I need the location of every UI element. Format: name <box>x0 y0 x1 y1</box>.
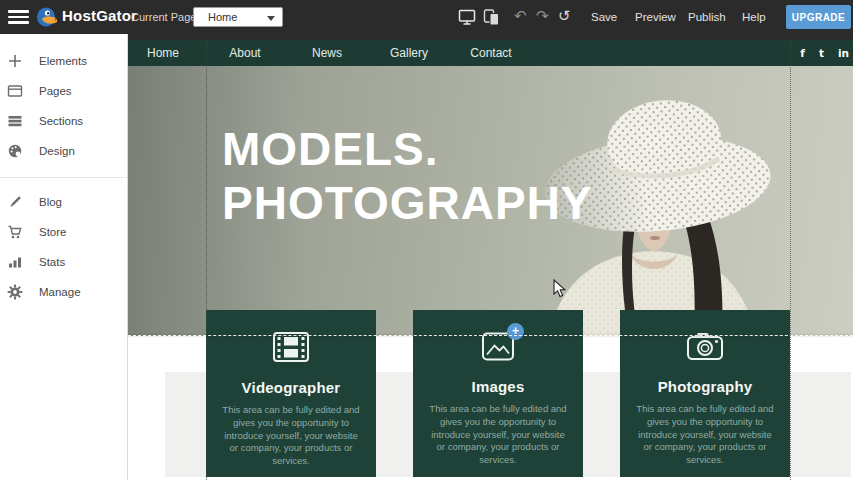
palette-icon <box>7 143 23 159</box>
cart-icon <box>7 224 23 240</box>
sidebar-item-pages[interactable]: Pages <box>0 76 127 106</box>
bar-chart-icon <box>7 254 23 270</box>
site-navbar: Home About News Gallery Contact f t in <box>128 40 853 66</box>
card-photography[interactable]: Photography This area can be fully edite… <box>620 310 790 477</box>
sidebar-item-design[interactable]: Design <box>0 136 127 166</box>
sidebar-item-label: Pages <box>39 85 72 97</box>
site-nav-news[interactable]: News <box>286 40 368 66</box>
pencil-icon <box>7 194 23 210</box>
add-image-button[interactable]: + <box>507 323 524 340</box>
undo-icon[interactable]: ↶ <box>514 6 527 26</box>
upgrade-button[interactable]: UPGRADE <box>786 5 851 29</box>
site-preview-canvas: Home About News Gallery Contact f t in <box>128 34 853 480</box>
card-images[interactable]: + Images This area can be fully edited a… <box>413 310 583 477</box>
editor-sidebar: Elements Pages Sections Design Blog <box>0 34 128 480</box>
hostgator-gator-logo-icon <box>36 6 60 28</box>
site-nav-contact[interactable]: Contact <box>450 40 532 66</box>
feature-cards-row: Videographer This area can be fully edit… <box>206 310 790 477</box>
hero-heading[interactable]: MODELS. PHOTOGRAPHY <box>222 122 593 230</box>
card-title: Videographer <box>219 379 363 396</box>
help-button[interactable]: Help <box>742 0 766 34</box>
page-select-dropdown[interactable]: Home <box>193 7 283 27</box>
site-nav-home[interactable]: Home <box>128 40 204 66</box>
page-select-value: Home <box>208 11 237 23</box>
top-toolbar: HostGator Current Page: Home ↶ ↷ ↺ Save … <box>0 0 853 34</box>
hero-heading-line1: MODELS. <box>222 122 593 176</box>
camera-icon <box>686 331 724 362</box>
hero-section[interactable]: MODELS. PHOTOGRAPHY <box>128 66 853 336</box>
redo-icon[interactable]: ↷ <box>536 6 549 26</box>
sidebar-item-store[interactable]: Store <box>0 217 127 247</box>
hostgator-builder-window: HostGator Current Page: Home ↶ ↷ ↺ Save … <box>0 0 853 480</box>
publish-button[interactable]: Publish <box>688 0 726 34</box>
save-button[interactable]: Save <box>591 0 617 34</box>
page-icon <box>7 83 23 99</box>
gear-icon <box>7 284 23 300</box>
sidebar-item-elements[interactable]: Elements <box>0 46 127 76</box>
sidebar-item-label: Elements <box>39 55 87 67</box>
card-body-text[interactable]: This area can be fully edited and gives … <box>633 403 777 467</box>
chevron-down-icon <box>267 16 275 21</box>
sidebar-item-manage[interactable]: Manage <box>0 277 127 307</box>
site-nav-about[interactable]: About <box>204 40 286 66</box>
card-videographer[interactable]: Videographer This area can be fully edit… <box>206 310 376 477</box>
card-body-text[interactable]: This area can be fully edited and gives … <box>426 403 570 467</box>
sidebar-item-label: Manage <box>39 286 81 298</box>
sidebar-item-label: Store <box>39 226 67 238</box>
card-title: Photography <box>633 378 777 395</box>
sidebar-item-label: Sections <box>39 115 83 127</box>
site-nav-gallery[interactable]: Gallery <box>368 40 450 66</box>
sections-icon <box>7 113 23 129</box>
mobile-view-icon[interactable] <box>483 9 500 26</box>
desktop-view-icon[interactable] <box>458 9 476 26</box>
brand-title: HostGator <box>62 7 137 24</box>
sidebar-item-label: Stats <box>39 256 65 268</box>
hero-heading-line2: PHOTOGRAPHY <box>222 176 593 230</box>
film-strip-icon <box>272 331 310 363</box>
sidebar-item-label: Design <box>39 145 75 157</box>
sidebar-item-sections[interactable]: Sections <box>0 106 127 136</box>
hamburger-menu-icon[interactable] <box>8 10 29 24</box>
plus-icon <box>7 53 23 69</box>
sidebar-item-stats[interactable]: Stats <box>0 247 127 277</box>
sidebar-item-blog[interactable]: Blog <box>0 187 127 217</box>
card-title: Images <box>426 378 570 395</box>
history-icon[interactable]: ↺ <box>558 6 571 26</box>
current-page-label: Current Page: <box>131 11 199 23</box>
twitter-icon[interactable]: t <box>819 47 824 59</box>
preview-button[interactable]: Preview <box>635 0 676 34</box>
sidebar-item-label: Blog <box>39 196 62 208</box>
facebook-icon[interactable]: f <box>800 47 805 59</box>
linkedin-icon[interactable]: in <box>838 47 849 59</box>
card-body-text[interactable]: This area can be fully edited and gives … <box>219 404 363 468</box>
sidebar-divider <box>0 177 127 178</box>
